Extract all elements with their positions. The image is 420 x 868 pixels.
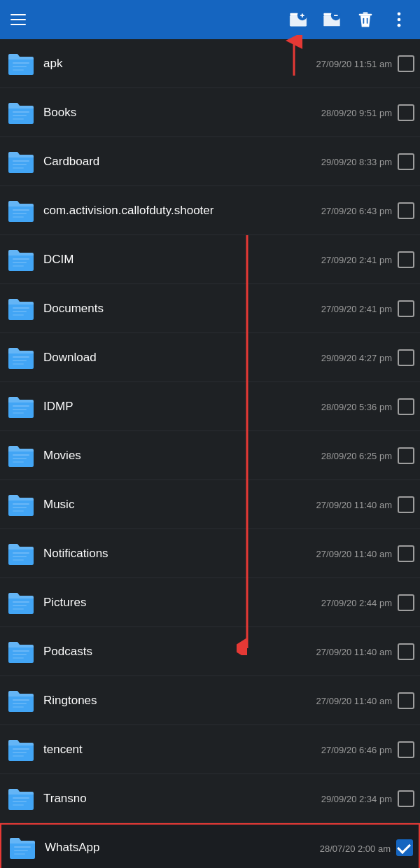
file-row[interactable]: com.activision.callofduty.shooter27/09/2… [0, 186, 420, 235]
file-checkbox[interactable] [398, 643, 414, 660]
svg-rect-65 [13, 801, 27, 802]
file-name: com.activision.callofduty.shooter [43, 204, 294, 218]
file-checkbox[interactable] [398, 153, 414, 170]
svg-rect-66 [13, 804, 24, 806]
file-row[interactable]: Pictures27/09/20 2:44 pm [0, 578, 420, 627]
svg-rect-37 [13, 356, 29, 358]
file-checkbox[interactable] [398, 545, 414, 562]
file-date-wrap: 29/09/20 2:34 pm [294, 792, 392, 804]
file-date: 27/09/20 11:40 am [316, 696, 392, 706]
file-info: Ringtones [43, 694, 294, 708]
file-name: Download [43, 351, 294, 365]
folder-icon [6, 146, 36, 177]
file-date: 27/09/20 11:40 am [316, 500, 392, 510]
svg-rect-51 [13, 559, 24, 561]
svg-rect-29 [13, 213, 27, 214]
file-checkbox[interactable] [398, 496, 414, 513]
folder-icon [6, 734, 36, 765]
file-row[interactable]: WhatsApp28/07/20 2:00 am [0, 823, 420, 868]
file-row[interactable]: Podcasts27/09/20 11:40 am [0, 627, 420, 676]
more-options-button[interactable] [384, 4, 414, 35]
extract-button[interactable] [316, 4, 347, 35]
file-checkbox[interactable] [396, 839, 413, 856]
folder-icon [6, 685, 36, 716]
file-date-wrap: 27/09/20 11:40 am [294, 694, 392, 706]
file-date: 29/09/20 8:33 pm [321, 157, 392, 167]
file-row[interactable]: Books28/09/20 9:51 pm [0, 88, 420, 137]
file-date-wrap: 27/09/20 2:41 pm [294, 302, 392, 314]
file-checkbox[interactable] [398, 300, 414, 317]
file-row[interactable]: IDMP28/09/20 5:36 pm [0, 382, 420, 431]
svg-rect-38 [13, 360, 27, 361]
file-row[interactable]: Ringtones27/09/20 11:40 am [0, 676, 420, 725]
svg-rect-49 [13, 552, 29, 554]
file-info: Music [43, 498, 294, 512]
file-date: 28/09/20 5:36 pm [321, 402, 392, 412]
svg-rect-58 [13, 699, 29, 701]
file-date: 28/09/20 6:25 pm [321, 451, 392, 461]
svg-rect-25 [13, 160, 29, 162]
file-info: tencent [43, 743, 294, 757]
svg-rect-57 [13, 657, 24, 659]
file-checkbox[interactable] [398, 594, 414, 611]
file-checkbox[interactable] [398, 692, 414, 709]
file-info: Movies [43, 449, 294, 463]
svg-rect-63 [13, 755, 24, 757]
file-info: com.activision.callofduty.shooter [43, 204, 294, 218]
svg-rect-68 [14, 850, 28, 851]
file-row[interactable]: DCIM27/09/20 2:41 pm [0, 235, 420, 284]
svg-point-15 [398, 18, 401, 22]
svg-rect-62 [13, 752, 27, 753]
file-row[interactable]: Notifications27/09/20 11:40 am [0, 529, 420, 578]
file-row[interactable]: Transno29/09/20 2:34 pm [0, 774, 420, 823]
file-name: Ringtones [43, 694, 294, 708]
file-checkbox[interactable] [398, 104, 414, 121]
file-row[interactable]: apk27/09/20 11:51 am [0, 39, 420, 88]
file-date-wrap: 27/09/20 2:44 pm [294, 596, 392, 608]
file-date-wrap: 27/09/20 11:51 am [294, 57, 392, 69]
file-checkbox[interactable] [398, 398, 414, 415]
svg-rect-43 [13, 454, 29, 456]
file-date: 27/09/20 2:44 pm [321, 598, 392, 608]
file-info: Podcasts [43, 645, 294, 659]
file-checkbox[interactable] [398, 741, 414, 758]
file-row[interactable]: Movies28/09/20 6:25 pm [0, 431, 420, 480]
svg-rect-19 [13, 62, 29, 64]
file-checkbox[interactable] [398, 790, 414, 807]
file-date: 27/09/20 11:51 am [316, 59, 392, 69]
file-date: 28/07/20 2:00 am [320, 844, 391, 854]
delete-button[interactable] [350, 4, 381, 35]
file-name: tencent [43, 743, 294, 757]
menu-icon[interactable] [6, 7, 31, 32]
file-name: Documents [43, 302, 294, 316]
file-info: WhatsApp [45, 841, 293, 855]
file-row[interactable]: Download29/09/20 4:27 pm [0, 333, 420, 382]
folder-icon [6, 342, 36, 373]
file-row[interactable]: Documents27/09/20 2:41 pm [0, 284, 420, 333]
file-row[interactable]: Cardboard29/09/20 8:33 pm [0, 137, 420, 186]
file-info: DCIM [43, 253, 294, 267]
file-date: 27/09/20 6:46 pm [321, 745, 392, 755]
file-row[interactable]: tencent27/09/20 6:46 pm [0, 725, 420, 774]
file-date: 28/09/20 9:51 pm [321, 108, 392, 118]
svg-rect-54 [13, 608, 24, 610]
file-checkbox[interactable] [398, 447, 414, 464]
file-list: apk27/09/20 11:51 am Books28/09/20 9:51 … [0, 39, 420, 868]
file-date-wrap: 29/09/20 8:33 pm [294, 155, 392, 167]
file-date-wrap: 29/09/20 4:27 pm [294, 351, 392, 363]
file-checkbox[interactable] [398, 251, 414, 268]
svg-rect-40 [13, 405, 29, 407]
file-checkbox[interactable] [398, 349, 414, 366]
file-info: Books [43, 106, 294, 120]
file-row[interactable]: Music27/09/20 11:40 am [0, 480, 420, 529]
svg-rect-11 [359, 14, 372, 15]
file-name: Notifications [43, 547, 294, 561]
add-archive-button[interactable] [283, 4, 314, 35]
file-checkbox[interactable] [398, 55, 414, 72]
file-name: Books [43, 106, 294, 120]
svg-rect-28 [13, 209, 29, 211]
file-info: Notifications [43, 547, 294, 561]
file-name: Podcasts [43, 645, 294, 659]
file-checkbox[interactable] [398, 202, 414, 219]
file-date-wrap: 28/07/20 2:00 am [293, 842, 391, 854]
